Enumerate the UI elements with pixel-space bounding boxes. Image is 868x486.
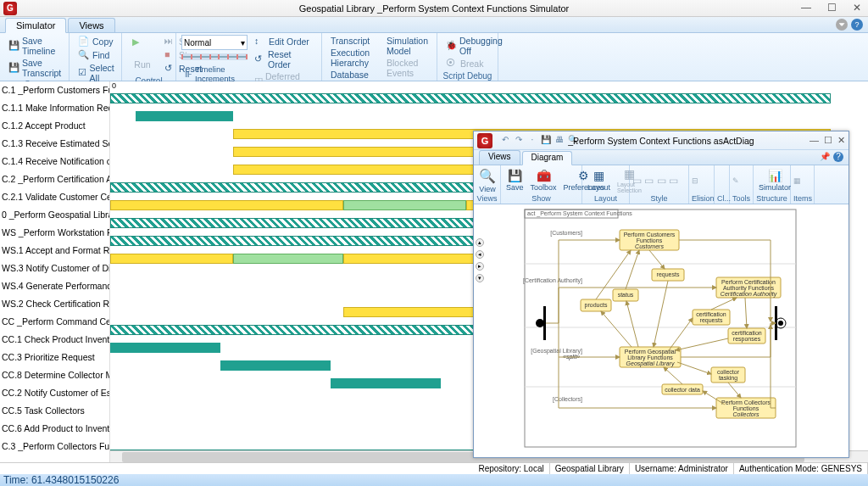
gantt-bar[interactable] bbox=[343, 200, 466, 210]
tab-views[interactable]: Views bbox=[479, 150, 520, 165]
show-transcript-button[interactable]: Transcript bbox=[327, 35, 380, 47]
chevron-down-icon: ▾ bbox=[241, 38, 245, 47]
tools-group[interactable]: ✎ bbox=[732, 166, 750, 194]
node-certresp[interactable]: certificationresponses bbox=[728, 328, 765, 344]
ribbon-group-debug: Script Debug bbox=[442, 70, 492, 81]
layout-icon: ▦ bbox=[593, 169, 604, 182]
gantt-row-label[interactable]: WS.2 Check Certification Re bbox=[0, 295, 109, 313]
options-icon[interactable]: ⏷ bbox=[836, 19, 848, 31]
node-collectors[interactable]: Perform CollectorsFunctionsCollectors bbox=[716, 398, 776, 418]
close-button[interactable]: ✕ bbox=[848, 2, 866, 14]
find-icon[interactable]: 🔍 bbox=[567, 135, 579, 147]
gantt-bar[interactable] bbox=[220, 360, 331, 371]
node-customers[interactable]: Perform CustomersFunctionsCustomers bbox=[620, 230, 679, 250]
maximize-button[interactable]: ☐ bbox=[824, 135, 832, 146]
items-group[interactable]: ▦ bbox=[793, 166, 811, 194]
redo-icon[interactable]: ↷ bbox=[513, 135, 525, 147]
toolbox-button[interactable]: 🧰Toolbox bbox=[528, 168, 559, 193]
gantt-row-label[interactable]: WS.4 Generate Performanc bbox=[0, 277, 109, 295]
save-transcript-button[interactable]: 💾Save Transcript bbox=[5, 57, 65, 79]
gantt-row-label[interactable]: WS.1 Accept and Format Re bbox=[0, 242, 109, 260]
gantt-bar[interactable] bbox=[110, 254, 233, 264]
gantt-bar[interactable] bbox=[110, 200, 343, 210]
show-sim-button[interactable]: Simulation Model bbox=[383, 35, 431, 57]
pin-icon[interactable]: 📌 bbox=[820, 152, 830, 162]
copy-button[interactable]: 📄Copy bbox=[75, 35, 120, 48]
node-products[interactable]: products bbox=[581, 299, 611, 311]
gantt-row-label[interactable]: CC.6 Add Product to Invent bbox=[0, 420, 109, 438]
timeline-mode-combo[interactable]: Normal▾ bbox=[181, 35, 248, 50]
gantt-row-label[interactable]: WS.3 Notify Customer of Di bbox=[0, 260, 109, 277]
save-icon[interactable]: 💾 bbox=[540, 135, 552, 147]
minimize-button[interactable]: — bbox=[797, 2, 815, 14]
elision-group[interactable]: ⊟ bbox=[692, 166, 711, 194]
undo-icon[interactable]: ↶ bbox=[499, 135, 511, 147]
edit-order-button[interactable]: ↕Edit Order bbox=[251, 35, 316, 48]
maximize-button[interactable]: ☐ bbox=[822, 2, 841, 14]
items-icon: ▦ bbox=[793, 176, 801, 185]
gantt-row-label[interactable]: C.1.1 Make Information Req bbox=[0, 99, 109, 117]
gantt-row-label[interactable]: CC _Perform Command Cen bbox=[0, 313, 109, 331]
close-button[interactable]: ✕ bbox=[837, 135, 845, 146]
gantt-row-label[interactable]: WS _Perform Workstation F bbox=[0, 224, 109, 242]
svg-text:[Collectors]: [Collectors] bbox=[553, 396, 582, 403]
gantt-row-label[interactable]: 0 _Perform Geospatial Libra bbox=[0, 206, 109, 224]
gantt-row-label[interactable]: CC.5 Task Collectors bbox=[0, 402, 109, 420]
node-geolib[interactable]: Perform GeospatialLibrary FunctionsGeosp… bbox=[620, 347, 681, 367]
style-group[interactable]: ▭ ▭ ▭ ▭ bbox=[632, 166, 686, 194]
print-icon[interactable]: 🖶 bbox=[554, 135, 565, 147]
node-colltask[interactable]: collectortasking bbox=[711, 367, 745, 383]
gantt-row-label[interactable]: CC.3 Prioritize Request bbox=[0, 349, 109, 366]
layout-button[interactable]: ▦Layout bbox=[585, 168, 613, 193]
diagram-ribbon: 🔍ViewViews 💾Save 🧰Toolbox ⚙Preferences S… bbox=[474, 165, 849, 204]
gantt-row-label[interactable]: C.2.1 Validate Customer Cer bbox=[0, 188, 109, 206]
svg-text:requests: requests bbox=[700, 317, 723, 324]
minimize-button[interactable]: — bbox=[810, 135, 819, 146]
save-timeline-button[interactable]: 💾Save Timeline bbox=[5, 35, 65, 57]
diagram-window[interactable]: G ↶ ↷ · 💾 🖶 🔍 _Perform System Context Fu… bbox=[473, 131, 849, 458]
show-exec-button[interactable]: Execution Hierarchy bbox=[327, 47, 380, 69]
show-blocked-button[interactable]: Blocked Events bbox=[383, 57, 431, 79]
node-status[interactable]: status bbox=[613, 289, 638, 301]
break-button[interactable]: ⦿Break bbox=[442, 57, 507, 70]
svg-text:Functions: Functions bbox=[637, 237, 663, 243]
reset-icon: ↺ bbox=[254, 53, 265, 65]
stop-icon: ■ bbox=[164, 49, 176, 61]
tab-diagram[interactable]: Diagram bbox=[522, 151, 573, 165]
gantt-row-label[interactable]: C.1.3 Receive Estimated Sch bbox=[0, 135, 109, 153]
svg-text:tasking: tasking bbox=[719, 375, 737, 382]
reset-order-button[interactable]: ↺Reset Order bbox=[251, 48, 316, 70]
gantt-row-label[interactable]: CC.8 Determine Collector M bbox=[0, 366, 109, 384]
diagram-titlebar[interactable]: G ↶ ↷ · 💾 🖶 🔍 _Perform System Context Fu… bbox=[474, 131, 849, 150]
gantt-bar[interactable] bbox=[136, 111, 233, 121]
svg-text:Perform Collectors: Perform Collectors bbox=[721, 399, 771, 405]
gantt-bar[interactable] bbox=[110, 343, 220, 353]
gantt-row-label[interactable]: C.1.2 Accept Product bbox=[0, 117, 109, 135]
timeline-slider[interactable] bbox=[181, 53, 248, 60]
help-icon[interactable]: ? bbox=[833, 152, 843, 162]
view-button[interactable]: 🔍View bbox=[476, 167, 498, 194]
gantt-row-label[interactable]: CC.1 Check Product Invento bbox=[0, 331, 109, 349]
debugging-off-button[interactable]: 🐞Debugging Off bbox=[442, 35, 507, 57]
node-certreq[interactable]: certificationrequests bbox=[693, 310, 730, 325]
node-colldata[interactable]: collector data bbox=[662, 384, 703, 394]
tab-simulator[interactable]: Simulator bbox=[5, 18, 66, 33]
simulator-button[interactable]: 📊Simulator bbox=[756, 168, 793, 193]
gantt-row-label[interactable]: C.1 _Perform Customers Fun bbox=[0, 81, 109, 99]
node-certauth[interactable]: Perform CertificationAuthority Functions… bbox=[716, 277, 781, 298]
gantt-bar[interactable] bbox=[233, 254, 343, 264]
gantt-row-label[interactable]: C.1.4 Receive Notification of bbox=[0, 153, 109, 170]
gantt-row-label[interactable]: CC.2 Notify Customer of Est bbox=[0, 384, 109, 402]
gantt-row-label[interactable]: C.3 _Perform Collectors Fun bbox=[0, 438, 109, 455]
save-button[interactable]: 💾Save bbox=[504, 168, 526, 193]
svg-text:products: products bbox=[585, 302, 608, 309]
gantt-bar[interactable] bbox=[110, 93, 831, 103]
node-requests[interactable]: requests bbox=[652, 269, 684, 281]
diagram-canvas[interactable]: ▴ ◂ ▸ ▾ act _Perform System Context Func… bbox=[474, 204, 849, 457]
gantt-bar[interactable] bbox=[331, 378, 441, 388]
gantt-row-label[interactable]: C.2 _Perform Certification A bbox=[0, 170, 109, 188]
find-button[interactable]: 🔍Find bbox=[75, 48, 120, 62]
tab-views[interactable]: Views bbox=[68, 18, 114, 32]
run-button[interactable]: ▶Run bbox=[127, 35, 158, 71]
help-icon[interactable]: ? bbox=[851, 19, 863, 31]
